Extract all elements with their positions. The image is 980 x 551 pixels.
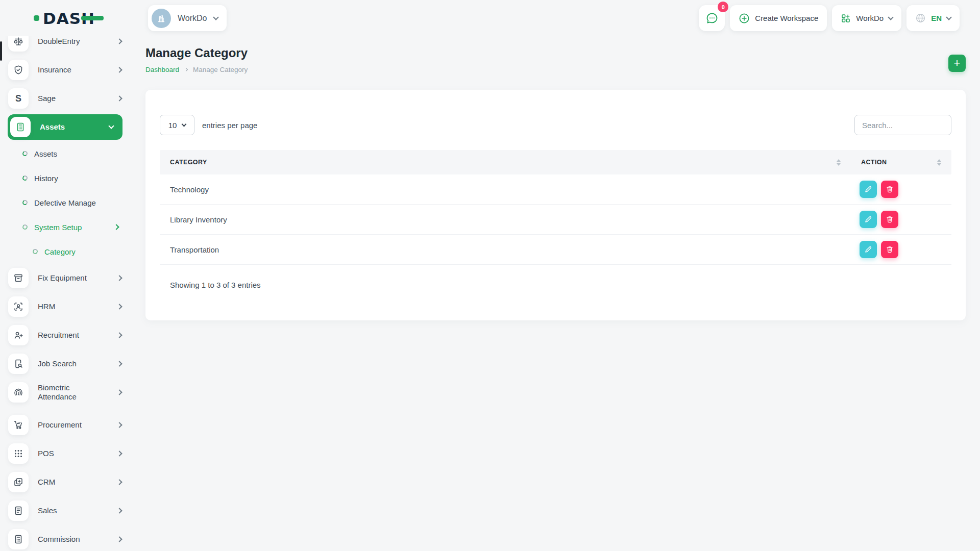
sidebar-item-hrm[interactable]: HRM xyxy=(8,296,122,317)
category-card: 10 entries per page CATEGORY ACTION Tec xyxy=(145,90,966,320)
pencil-icon xyxy=(864,185,872,193)
sort-icon xyxy=(937,159,941,166)
create-workspace-label: Create Workspace xyxy=(755,14,818,22)
sidebar-subitem-label: Category xyxy=(44,247,76,256)
chevron-right-icon xyxy=(113,224,119,230)
sidebar-item-label: Job Search xyxy=(38,359,77,368)
bullet-icon xyxy=(22,151,28,157)
search-input[interactable] xyxy=(854,115,951,135)
sidebar-item-commission[interactable]: Commission xyxy=(8,529,122,549)
logo-dot-icon xyxy=(34,15,39,21)
delete-button[interactable] xyxy=(881,241,898,258)
building-icon xyxy=(152,9,171,28)
sidebar-nav: DoubleEntry Insurance S Sage Assets xyxy=(0,0,132,549)
chevron-right-icon xyxy=(116,389,122,395)
trash-icon xyxy=(886,245,894,254)
entries-per-page-select[interactable]: 10 xyxy=(160,115,194,135)
workspace-menu-label: WorkDo xyxy=(856,14,884,22)
sidebar-item-crm[interactable]: CRM xyxy=(8,472,122,492)
notification-badge: 0 xyxy=(718,2,728,12)
chevron-right-icon xyxy=(116,38,122,44)
entries-per-page-value: 10 xyxy=(168,121,177,130)
bullet-icon xyxy=(22,175,28,181)
chevron-right-icon xyxy=(116,275,122,281)
sort-icon xyxy=(837,159,841,166)
chevron-right-icon xyxy=(116,95,122,101)
sidebar-item-label: Insurance xyxy=(38,65,71,74)
assets-submenu: Assets History Defective Manage System S… xyxy=(0,141,132,264)
grid-dots-icon xyxy=(8,443,29,464)
action-cell xyxy=(847,211,951,228)
breadcrumb: Dashboard Manage Category xyxy=(145,66,248,73)
trash-icon xyxy=(886,185,894,193)
workspace-switcher[interactable]: WorkDo xyxy=(148,5,227,31)
sidebar-item-label: Procurement xyxy=(38,420,82,430)
breadcrumb-dashboard-link[interactable]: Dashboard xyxy=(145,66,179,73)
trash-icon xyxy=(886,215,894,223)
chevron-right-icon xyxy=(116,422,122,428)
person-plus-icon xyxy=(8,325,29,345)
sidebar: DoubleEntry Insurance S Sage Assets xyxy=(0,0,132,551)
sidebar-subitem-label: Assets xyxy=(34,149,57,158)
sidebar-subitem-defective-manage[interactable]: Defective Manage xyxy=(0,190,132,215)
chevron-down-icon xyxy=(213,14,218,20)
sidebar-item-job-search[interactable]: Job Search xyxy=(8,354,122,374)
sidebar-item-label: DoubleEntry xyxy=(38,37,80,46)
edit-button[interactable] xyxy=(860,211,877,228)
sidebar-subitem-system-setup[interactable]: System Setup xyxy=(0,215,132,239)
sidebar-item-assets[interactable]: Assets xyxy=(8,114,122,140)
chevron-right-icon xyxy=(116,536,122,542)
sidebar-item-label: POS xyxy=(38,449,54,458)
sidebar-subitem-label: Defective Manage xyxy=(34,198,96,207)
delete-button[interactable] xyxy=(881,181,898,198)
sidebar-item-biometric-attendance[interactable]: Biometric Attendance xyxy=(8,382,122,403)
sidebar-item-sales[interactable]: Sales xyxy=(8,500,122,521)
sidebar-subitem-category[interactable]: Category xyxy=(0,239,132,264)
sidebar-item-label: Commission xyxy=(38,535,80,544)
column-header-action[interactable]: ACTION xyxy=(847,150,951,174)
top-header: DASH WorkDo 0 Create Workspace WorkDo xyxy=(0,0,980,36)
sidebar-subitem-label: System Setup xyxy=(34,223,82,232)
squares-icon xyxy=(8,472,29,492)
messages-button[interactable]: 0 xyxy=(699,5,725,31)
table-row: Technology xyxy=(160,174,951,205)
sidebar-item-label: Sales xyxy=(38,506,57,515)
chevron-right-icon xyxy=(116,508,122,513)
table-row: Library Inventory xyxy=(160,205,951,235)
person-scan-icon xyxy=(8,296,29,317)
language-menu-button[interactable]: EN xyxy=(906,5,960,31)
sidebar-subitem-assets[interactable]: Assets xyxy=(0,141,132,166)
sidebar-scrollbar[interactable] xyxy=(0,41,2,61)
brand-logo[interactable]: DASH xyxy=(34,0,104,36)
bullet-icon xyxy=(22,224,28,230)
sidebar-item-recruitment[interactable]: Recruitment xyxy=(8,325,122,345)
delete-button[interactable] xyxy=(881,211,898,228)
category-table: CATEGORY ACTION Technology xyxy=(160,150,951,265)
sidebar-subitem-history[interactable]: History xyxy=(0,166,132,190)
column-header-category[interactable]: CATEGORY xyxy=(160,150,847,174)
entries-per-page-label: entries per page xyxy=(202,121,257,130)
table-header-row: CATEGORY ACTION xyxy=(160,150,951,174)
pencil-icon xyxy=(864,245,872,254)
bullet-icon xyxy=(22,199,28,206)
document-search-icon xyxy=(8,354,29,374)
chevron-right-icon xyxy=(116,67,122,72)
edit-button[interactable] xyxy=(860,181,877,198)
sidebar-item-sage[interactable]: S Sage xyxy=(8,88,122,109)
sidebar-item-fix-equipment[interactable]: Fix Equipment xyxy=(8,268,122,288)
create-workspace-button[interactable]: Create Workspace xyxy=(730,5,827,31)
edit-button[interactable] xyxy=(860,241,877,258)
chevron-down-icon xyxy=(182,121,187,127)
sidebar-item-pos[interactable]: POS xyxy=(8,443,122,464)
document-icon xyxy=(8,500,29,521)
sidebar-item-procurement[interactable]: Procurement xyxy=(8,415,122,435)
chevron-right-icon xyxy=(116,332,122,338)
add-category-button[interactable]: + xyxy=(948,55,966,72)
shield-check-icon xyxy=(8,60,29,80)
entries-summary: Showing 1 to 3 of 3 entries xyxy=(160,281,951,289)
sidebar-item-label: HRM xyxy=(38,302,55,311)
workspace-menu-button[interactable]: WorkDo xyxy=(832,5,901,31)
chevron-right-icon xyxy=(116,361,122,366)
sidebar-item-label: Sage xyxy=(38,94,56,103)
sidebar-item-insurance[interactable]: Insurance xyxy=(8,60,122,80)
